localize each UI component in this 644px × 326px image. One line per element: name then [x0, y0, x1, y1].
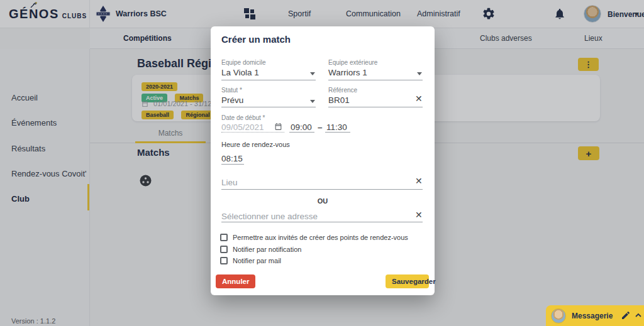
meeting-time-label: Heure de rendez-vous	[221, 141, 290, 148]
reference-label: Référence	[328, 87, 357, 94]
start-date-label: Date de début *	[221, 114, 265, 121]
modal-title: Créer un match	[221, 34, 291, 45]
app-root: GÉNOS CLUBS Warriors BSC Sportif Communi…	[0, 0, 644, 326]
checkbox-icon[interactable]	[220, 234, 228, 241]
status-select[interactable]: Prévu	[221, 95, 243, 105]
time-range-separator: –	[318, 122, 323, 132]
reference-input[interactable]: BR01	[328, 95, 350, 105]
home-team-caret-icon[interactable]	[310, 72, 315, 75]
save-button[interactable]: Sauvegarder	[386, 274, 429, 288]
messenger-avatar	[551, 308, 566, 323]
start-date-input[interactable]: 09/05/2021	[221, 122, 264, 132]
checkbox-icon[interactable]	[220, 257, 228, 264]
checkbox-allow-meeting-points[interactable]: Permettre aux invités de créer des point…	[220, 234, 408, 241]
away-team-select[interactable]: Warriors 1	[328, 68, 367, 77]
place-input[interactable]: Lieu	[221, 178, 238, 187]
create-match-modal: Créer un match Equipe domicile La Viola …	[211, 26, 435, 295]
checkbox-notify-notification[interactable]: Notifier par notification	[220, 246, 301, 253]
address-clear-icon[interactable]: ✕	[415, 210, 423, 219]
home-team-select[interactable]: La Viola 1	[221, 68, 259, 77]
or-separator: OU	[211, 197, 435, 205]
status-caret-icon[interactable]	[310, 100, 315, 103]
away-team-label: Equipe extérieure	[328, 59, 377, 66]
cancel-button[interactable]: Annuler	[216, 274, 255, 288]
compose-pencil-icon[interactable]	[621, 310, 631, 320]
start-time-input[interactable]: 09:00	[291, 122, 312, 132]
meeting-time-input[interactable]: 08:15	[221, 154, 243, 163]
home-team-label: Equipe domicile	[221, 59, 266, 66]
address-select[interactable]: Sélectionner une adresse	[221, 212, 318, 221]
away-team-caret-icon[interactable]	[417, 72, 422, 75]
status-label: Statut *	[221, 87, 242, 94]
place-clear-icon[interactable]: ✕	[415, 177, 423, 185]
messenger-label: Messagerie	[572, 312, 613, 320]
checkbox-icon[interactable]	[220, 246, 228, 253]
end-time-input[interactable]: 11:30	[326, 122, 347, 132]
reference-clear-icon[interactable]: ✕	[415, 94, 423, 103]
messenger-expand-icon[interactable]	[635, 313, 640, 318]
checkbox-notify-mail[interactable]: Notifier par mail	[220, 257, 281, 264]
datepicker-calendar-icon[interactable]	[274, 122, 282, 131]
messenger-bar[interactable]: Messagerie	[546, 305, 644, 326]
